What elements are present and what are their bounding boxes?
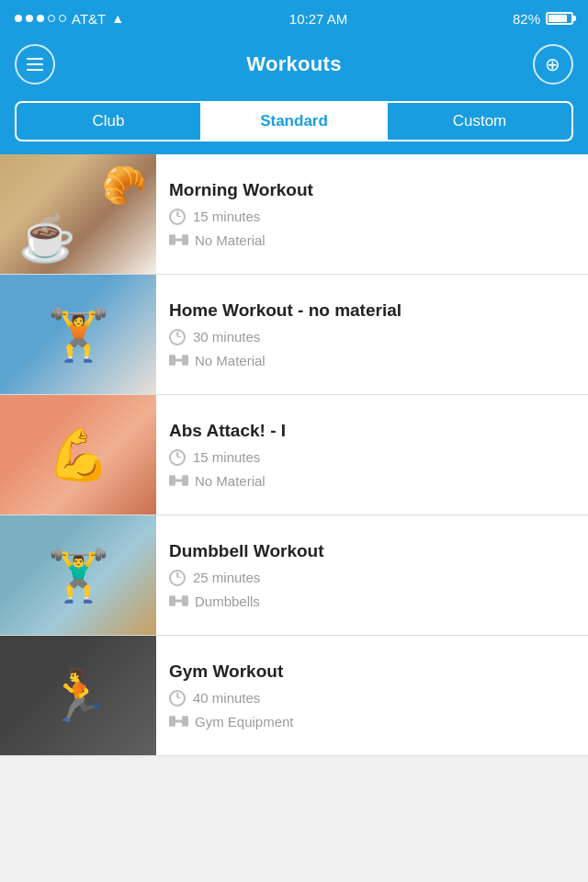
thumbnail-image [0,636,156,755]
workout-thumbnail [0,636,156,755]
workout-name: Dumbbell Workout [169,541,575,562]
list-item[interactable]: Dumbbell Workout 25 minutes Dumbbells [0,515,588,636]
tab-club[interactable]: Club [17,103,200,140]
clock-icon [169,690,186,707]
workout-duration: 15 minutes [169,209,575,225]
workout-info: Gym Workout 40 minutes Gym Equipment [156,636,588,755]
list-item[interactable]: Home Workout - no material 30 minutes No… [0,275,588,395]
workout-name: Home Workout - no material [169,300,575,322]
signal-dots [15,15,66,22]
workout-list: Morning Workout 15 minutes No Material H… [0,154,588,882]
list-item[interactable]: Gym Workout 40 minutes Gym Equipment [0,636,588,756]
clock-icon [169,209,186,225]
clock-icon [169,570,186,586]
dot-1 [15,15,22,22]
status-left: AT&T ▲ [15,11,124,27]
page-title: Workouts [246,52,341,76]
time-label: 10:27 AM [289,11,347,27]
wifi-icon: ▲ [111,11,124,26]
workout-info: Home Workout - no material 30 minutes No… [156,275,588,394]
thumbnail-image [0,395,156,514]
workout-duration: 15 minutes [169,449,575,466]
status-right: 82% [513,11,573,27]
workout-material: No Material [169,353,575,368]
workout-material: Gym Equipment [169,714,575,729]
segment-inner: Club Standard Custom [15,101,573,141]
workout-material: No Material [169,473,575,489]
dumbbell-icon [169,234,187,245]
thumbnail-image [0,154,156,274]
dot-4 [48,15,55,22]
dot-3 [37,15,44,22]
workout-thumbnail [0,275,156,394]
workout-material: No Material [169,232,575,248]
filter-button[interactable]: ⊕ [533,44,573,85]
dumbbell-icon [169,355,187,366]
dumbbell-icon [169,716,187,727]
list-item[interactable]: Morning Workout 15 minutes No Material [0,154,588,275]
workout-name: Abs Attack! - I [169,421,575,442]
workout-info: Abs Attack! - I 15 minutes No Material [156,395,588,514]
battery-fill [548,15,567,22]
thumbnail-image [0,515,156,635]
dot-2 [26,15,33,22]
segment-control: Club Standard Custom [0,92,588,154]
workout-duration: 40 minutes [169,690,575,707]
menu-button[interactable] [15,44,55,85]
carrier-label: AT&T [72,11,106,27]
workout-name: Morning Workout [169,180,575,201]
list-item[interactable]: Abs Attack! - I 15 minutes No Material [0,395,588,515]
workout-duration: 30 minutes [169,329,575,345]
workout-thumbnail [0,515,156,635]
dot-5 [59,15,66,22]
workout-material: Dumbbells [169,594,575,609]
thumbnail-image [0,275,156,394]
workout-info: Dumbbell Workout 25 minutes Dumbbells [156,515,588,635]
workout-duration: 25 minutes [169,570,575,586]
battery-percent: 82% [513,11,540,27]
clock-icon [169,329,186,345]
workout-thumbnail [0,154,156,274]
status-bar: AT&T ▲ 10:27 AM 82% [0,0,588,37]
battery-icon [546,12,573,25]
dumbbell-icon [169,475,187,486]
tab-custom[interactable]: Custom [388,103,571,140]
hamburger-icon [27,58,43,71]
clock-icon [169,449,186,466]
nav-bar: Workouts ⊕ [0,37,588,92]
dumbbell-icon [169,595,187,606]
tab-standard[interactable]: Standard [202,103,386,140]
filter-icon: ⊕ [545,53,560,75]
workout-name: Gym Workout [169,662,575,683]
workout-thumbnail [0,395,156,514]
workout-info: Morning Workout 15 minutes No Material [156,154,588,274]
